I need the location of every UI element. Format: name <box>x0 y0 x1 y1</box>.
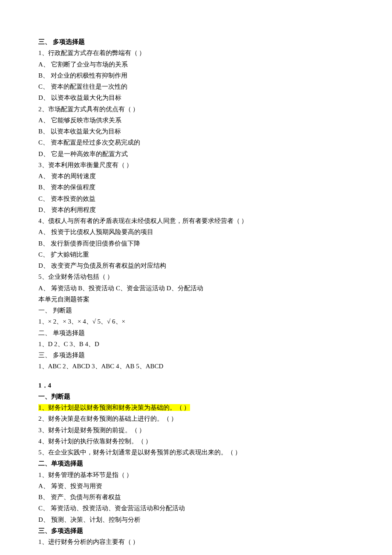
q1-stem: 1、行政配置方式存在着的弊端有（ ） <box>38 47 354 58</box>
q3-stem: 3、资本利用效率衡量尺度有（ ） <box>38 159 354 171</box>
q4-stem: 4、债权人与所有者的矛盾表现在未经债权人同意，所有者要求经营者（ ） <box>38 215 354 226</box>
answers-s3-heading: 三、 多项选择题 <box>38 350 354 361</box>
q4-option-d: D、 改变资产与负债及所有者权益的对应结构 <box>38 260 354 271</box>
q1-option-b: B、 对企业的积极性有抑制作用 <box>38 70 354 81</box>
block2-s1-q1: 1、财务计划是以财务预测和财务决策为基础的。（ ） <box>38 402 354 413</box>
q3-option-c: C、 资本投资的效益 <box>38 193 354 204</box>
q4-option-c: C、 扩大赊销比重 <box>38 249 354 260</box>
block2-s3-q1: 1、进行财务分析的内容主要有（ ） <box>38 536 354 547</box>
q5-stem: 5、企业财务活动包括（ ） <box>38 271 354 282</box>
q1-option-a: A、 它割断了企业与市场的关系 <box>38 59 354 70</box>
section-heading-multichoice: 三、 多项选择题 <box>38 36 354 47</box>
spacer <box>38 372 354 380</box>
block2-s2-heading: 二、单项选择题 <box>38 458 354 469</box>
answers-s1-heading: 一、 判断题 <box>38 305 354 316</box>
block2-s1-q4: 4、财务计划的执行依靠财务控制。（ ） <box>38 436 354 447</box>
q4-option-b: B、 发行新债券而使旧债券价值下降 <box>38 238 354 249</box>
q1-option-d: D、 以资本收益最大化为目标 <box>38 92 354 103</box>
block2-s2-q1-b: B、 资产、负债与所有者权益 <box>38 491 354 503</box>
q2-stem: 2、市场配置方式具有的优点有（ ） <box>38 104 354 115</box>
q2-option-b: B、 以资本收益最大化为目标 <box>38 126 354 137</box>
block2-s1-q3: 3、财务计划是财务预测的前提。（ ） <box>38 425 354 436</box>
block2-s1-q5: 5、在企业实践中，财务计划通常是以财务预算的形式表现出来的。（ ） <box>38 447 354 458</box>
q5-options: A、 筹资活动 B、投资活动 C、资金营运活动 D、分配活动 <box>38 283 354 294</box>
block2-s2-q1-d: D、 预测、决策、计划、控制与分析 <box>38 514 354 525</box>
q2-option-d: D、 它是一种高效率的配置方式 <box>38 148 354 159</box>
block2-s2-q1-a: A、 筹资、投资与用资 <box>38 480 354 491</box>
q4-option-a: A、 投资于比债权人预期风险要高的项目 <box>38 226 354 237</box>
block2-s1-heading: 一、判断题 <box>38 391 354 402</box>
q3-option-d: D、 资本的利用程度 <box>38 204 354 215</box>
answers-s1: 1、× 2、× 3、× 4、√ 5、√ 6、× <box>38 316 354 327</box>
q1-option-c: C、 资本的配置往往是一次性的 <box>38 81 354 92</box>
q3-option-a: A、 资本的周转速度 <box>38 171 354 182</box>
answers-header: 本单元自测题答案 <box>38 294 354 305</box>
unit-number: 1．4 <box>38 380 354 391</box>
answers-s2: 1、D 2、C 3、B 4、D <box>38 338 354 350</box>
answers-s2-heading: 二、 单项选择题 <box>38 327 354 338</box>
q2-option-a: A、 它能够反映市场供求关系 <box>38 115 354 126</box>
block2-s3-heading: 三、多项选择题 <box>38 525 354 536</box>
block2-s2-q1-c: C、 筹资活动、投资活动、资金营运活动和分配活动 <box>38 503 354 514</box>
block2-s2-q1-stem: 1、财务管理的基本环节是指（ ） <box>38 469 354 480</box>
q3-option-b: B、 资本的保值程度 <box>38 182 354 193</box>
highlighted-text: 1、财务计划是以财务预测和财务决策为基础的。（ ） <box>38 404 190 411</box>
q2-option-c: C、 资本配置是经过多次交易完成的 <box>38 137 354 148</box>
answers-s3: 1、ABC 2、ABCD 3、ABC 4、AB 5、ABCD <box>38 361 354 372</box>
block2-s1-q2: 2、财务决策是在财务预测的基础上进行的。（ ） <box>38 413 354 424</box>
